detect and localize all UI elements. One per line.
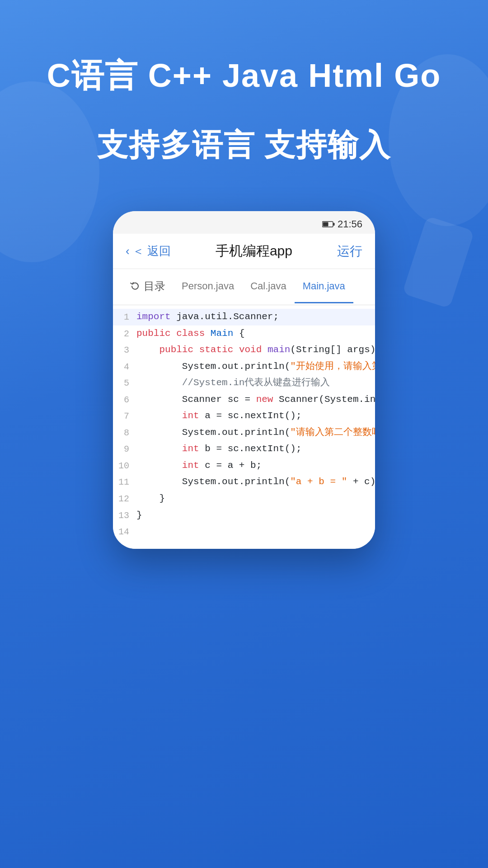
- code-line: 14: [113, 524, 375, 540]
- tabs-bar: 目录 Person.java Cal.java Main.java: [113, 269, 375, 305]
- code-line: 1 import java.util.Scanner;: [113, 309, 375, 326]
- code-line: 12 }: [113, 491, 375, 507]
- code-line: 5 //System.in代表从键盘进行输入: [113, 375, 375, 392]
- code-line: 10 int c = a + b;: [113, 458, 375, 474]
- battery-icon: [322, 221, 335, 228]
- tab-directory-label: 目录: [144, 279, 165, 293]
- code-line: 4 System.out.println("开始使用，请输入第一个整数吧。");: [113, 359, 375, 375]
- code-line: 9 int b = sc.nextInt();: [113, 441, 375, 458]
- back-button[interactable]: ‹ ＜ 返回: [126, 243, 171, 259]
- app-header: ‹ ＜ 返回 手机编程app 运行: [113, 234, 375, 269]
- refresh-icon: [130, 281, 140, 291]
- svg-rect-1: [333, 223, 334, 226]
- code-line: 2 public class Main {: [113, 326, 375, 342]
- code-editor[interactable]: 1 import java.util.Scanner; 2 public cla…: [113, 305, 375, 549]
- status-time: 21:56: [338, 218, 362, 230]
- tab-person-java[interactable]: Person.java: [174, 270, 242, 303]
- svg-rect-2: [323, 222, 328, 226]
- app-title: 手机编程app: [216, 242, 292, 260]
- tab-cal-java[interactable]: Cal.java: [242, 270, 294, 303]
- headline-sub: 支持多语言 支持输入: [97, 125, 391, 166]
- code-line: 13 }: [113, 507, 375, 524]
- back-chevron-icon: ‹: [126, 244, 130, 258]
- page-content: C语言 C++ Java Html Go 支持多语言 支持输入 21:56 ‹ …: [0, 0, 488, 868]
- code-line: 8 System.out.println("请输入第二个整数吧。");: [113, 425, 375, 441]
- code-content: 1 import java.util.Scanner; 2 public cla…: [113, 305, 375, 549]
- headline-langs: C语言 C++ Java Html Go: [47, 54, 441, 98]
- status-bar: 21:56: [113, 211, 375, 234]
- tab-directory[interactable]: 目录: [122, 269, 174, 305]
- run-button[interactable]: 运行: [337, 243, 362, 260]
- back-label: ＜ 返回: [132, 243, 171, 259]
- code-line: 11 System.out.println("a + b = " + c);: [113, 474, 375, 491]
- code-line: 6 Scanner sc = new Scanner(System.in);: [113, 392, 375, 408]
- code-line: 7 int a = sc.nextInt();: [113, 408, 375, 425]
- phone-mockup: 21:56 ‹ ＜ 返回 手机编程app 运行 目录 Person.java C…: [113, 211, 375, 549]
- tab-main-java[interactable]: Main.java: [295, 270, 353, 303]
- code-line: 3 public static void main(String[] args)…: [113, 342, 375, 359]
